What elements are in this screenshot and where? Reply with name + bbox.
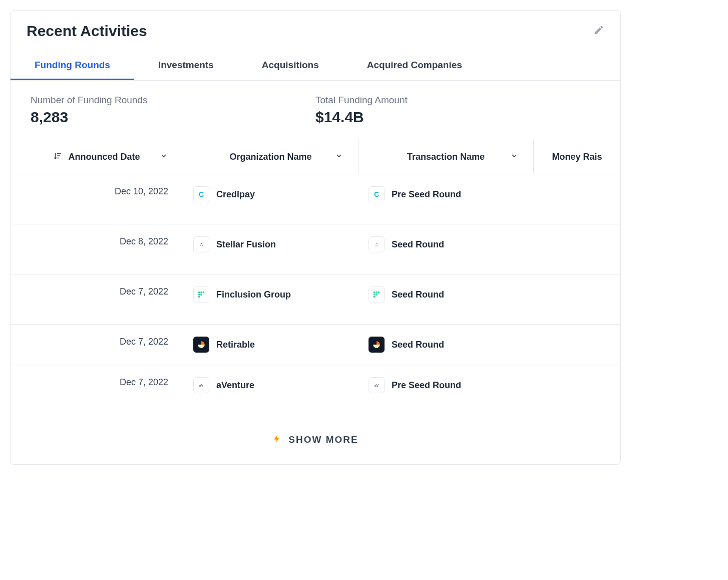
table-row: Dec 7, 2022 Finclusion Group Seed [11, 274, 620, 325]
chevron-down-icon[interactable] [160, 152, 168, 162]
svg-point-11 [374, 296, 376, 298]
tab-investments[interactable]: Investments [134, 52, 238, 80]
cell-money [534, 325, 620, 349]
svg-point-9 [374, 294, 376, 296]
table-body: Dec 10, 2022 C Credipay C Pre Seed Round [11, 174, 620, 415]
stat-value: 8,283 [31, 109, 315, 126]
cell-org: Finclusion Group [183, 274, 358, 315]
org-logo-icon: ∴ [369, 236, 385, 252]
tab-acquisitions[interactable]: Acquisitions [238, 52, 343, 80]
svg-point-7 [376, 292, 378, 294]
cell-date: Dec 8, 2022 [11, 224, 183, 259]
org-name[interactable]: Retirable [216, 340, 255, 350]
tabs: Funding Rounds Investments Acquisitions … [11, 44, 620, 81]
org-name[interactable]: Finclusion Group [216, 289, 291, 300]
stat-label: Number of Funding Rounds [31, 95, 315, 106]
cell-date: Dec 7, 2022 [11, 325, 183, 359]
org-logo-icon: ∴ [193, 236, 209, 252]
card-title: Recent Activities [27, 23, 147, 40]
org-logo-icon: aV [193, 377, 209, 393]
table-row: Dec 7, 2022 Retirable Seed Round [11, 325, 620, 365]
cell-org: ∴ Stellar Fusion [183, 224, 358, 264]
column-header-announced-date[interactable]: Announced Date [11, 140, 183, 174]
org-logo-icon [369, 337, 385, 353]
cell-date: Dec 7, 2022 [11, 365, 183, 400]
column-label: Transaction Name [407, 152, 485, 162]
sort-icon [53, 151, 62, 163]
column-header-transaction-name[interactable]: Transaction Name [358, 140, 534, 174]
svg-point-6 [374, 292, 376, 294]
txn-name[interactable]: Pre Seed Round [392, 380, 461, 391]
cell-money [534, 365, 620, 389]
svg-point-4 [200, 294, 202, 296]
org-logo-icon [193, 286, 209, 303]
recent-activities-card: Recent Activities Funding Rounds Investm… [10, 10, 621, 465]
stats-row: Number of Funding Rounds 8,283 Total Fun… [11, 81, 620, 140]
cell-money [534, 224, 620, 248]
bolt-icon [272, 433, 281, 446]
table-row: Dec 8, 2022 ∴ Stellar Fusion ∴ Seed Roun… [11, 224, 620, 274]
txn-name[interactable]: Seed Round [392, 289, 444, 300]
chevron-down-icon[interactable] [335, 152, 343, 162]
cell-org: C Credipay [183, 174, 358, 214]
column-label: Announced Date [68, 152, 140, 162]
svg-point-5 [198, 296, 200, 298]
cell-txn: Seed Round [358, 325, 534, 365]
org-name[interactable]: Stellar Fusion [216, 239, 276, 250]
column-header-organization-name[interactable]: Organization Name [183, 140, 358, 174]
org-logo-icon: C [369, 186, 385, 202]
column-header-money-raised[interactable]: Money Rais [534, 140, 620, 174]
edit-icon[interactable] [593, 25, 604, 38]
chevron-down-icon[interactable] [510, 152, 518, 162]
table-row: Dec 10, 2022 C Credipay C Pre Seed Round [11, 174, 620, 224]
cell-date: Dec 7, 2022 [11, 274, 183, 309]
txn-name[interactable]: Seed Round [392, 340, 444, 350]
show-more-button[interactable]: SHOW MORE [11, 415, 620, 464]
tab-funding-rounds[interactable]: Funding Rounds [11, 52, 134, 80]
stat-funding-rounds: Number of Funding Rounds 8,283 [31, 95, 315, 126]
card-header: Recent Activities [11, 11, 620, 44]
column-label: Organization Name [229, 152, 311, 162]
cell-money [534, 174, 620, 198]
cell-date: Dec 10, 2022 [11, 174, 183, 209]
org-name[interactable]: Credipay [216, 189, 255, 200]
cell-txn: aV Pre Seed Round [358, 365, 534, 405]
funding-rounds-table: Announced Date Organization Name Transac… [11, 140, 620, 415]
cell-txn: C Pre Seed Round [358, 174, 534, 214]
svg-point-2 [203, 292, 205, 294]
column-label: Money Rais [552, 152, 602, 162]
cell-txn: ∴ Seed Round [358, 224, 534, 264]
org-logo-icon [193, 337, 209, 353]
org-logo-icon: C [193, 186, 209, 202]
org-name[interactable]: aVenture [216, 380, 254, 391]
cell-txn: Seed Round [358, 274, 534, 315]
table-header: Announced Date Organization Name Transac… [11, 140, 620, 174]
table-row: Dec 7, 2022 aV aVenture aV Pre Seed Roun… [11, 365, 620, 415]
cell-org: aV aVenture [183, 365, 358, 405]
stat-value: $14.4B [315, 109, 600, 126]
cell-money [534, 274, 620, 299]
org-logo-icon: aV [369, 377, 385, 393]
svg-point-1 [200, 292, 202, 294]
org-logo-icon [369, 286, 385, 303]
show-more-label: SHOW MORE [288, 434, 358, 445]
cell-org: Retirable [183, 325, 358, 365]
svg-point-8 [378, 292, 380, 294]
stat-label: Total Funding Amount [315, 95, 600, 106]
txn-name[interactable]: Pre Seed Round [392, 189, 461, 200]
tab-acquired-companies[interactable]: Acquired Companies [343, 52, 486, 80]
stat-total-funding: Total Funding Amount $14.4B [315, 95, 600, 126]
svg-point-10 [376, 294, 378, 296]
svg-point-3 [198, 294, 200, 296]
txn-name[interactable]: Seed Round [392, 239, 444, 250]
svg-point-0 [198, 292, 200, 294]
